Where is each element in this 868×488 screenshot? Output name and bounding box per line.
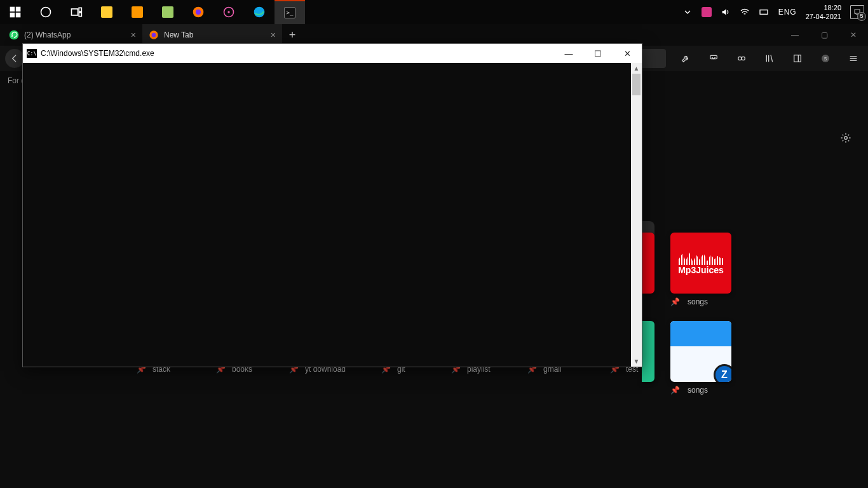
tab-close-button[interactable]: × — [131, 30, 136, 40]
cmd-titlebar[interactable]: C:\ C:\Windows\SYSTEM32\cmd.exe — ☐ ✕ — [23, 44, 642, 63]
tray-overflow-button[interactable] — [681, 0, 695, 24]
wrench-icon — [681, 53, 691, 64]
firefox-minimize-button[interactable]: — — [780, 24, 810, 46]
app-icon — [702, 7, 712, 17]
svg-rect-1 — [16, 7, 21, 12]
cmd-minimize-button[interactable]: — — [554, 44, 583, 63]
disc-icon — [222, 6, 235, 18]
wifi-button[interactable] — [738, 0, 752, 24]
language-indicator[interactable]: ENG — [776, 8, 799, 17]
tab-newtab[interactable]: New Tab × — [142, 24, 282, 46]
cmd-title-text: C:\Windows\SYSTEM32\cmd.exe — [41, 49, 154, 58]
svg-text:S: S — [824, 57, 827, 61]
windows-icon — [9, 6, 22, 18]
cortana-button[interactable] — [31, 0, 61, 24]
library-icon — [764, 53, 775, 64]
menu-button[interactable] — [844, 49, 863, 68]
devtools-button[interactable] — [676, 49, 695, 68]
task-view-button[interactable] — [61, 0, 92, 24]
tile-caption: 📌 songs — [670, 386, 708, 395]
terminal-icon: >_ — [284, 7, 295, 18]
topsite-tile-partial-2[interactable] — [642, 321, 654, 382]
back-button[interactable] — [5, 49, 24, 68]
gear-icon — [840, 132, 851, 144]
svg-rect-13 — [760, 10, 768, 15]
cmd-window-controls: — ☐ ✕ — [554, 44, 642, 63]
cmd-scrollbar[interactable]: ▲ ▼ — [631, 63, 642, 367]
library-button[interactable] — [760, 49, 779, 68]
svg-point-23 — [742, 57, 745, 60]
svg-point-9 — [196, 10, 201, 15]
svg-rect-17 — [855, 10, 860, 13]
sidebar-button[interactable] — [788, 49, 807, 68]
arrow-left-icon — [10, 53, 20, 64]
start-button[interactable] — [0, 0, 31, 24]
svg-rect-6 — [79, 8, 81, 11]
cmd-terminal-area[interactable] — [23, 63, 631, 367]
pocket-icon — [709, 53, 719, 64]
cmd-maximize-button[interactable]: ☐ — [583, 44, 613, 63]
svg-rect-2 — [10, 13, 15, 18]
sublime-icon — [132, 6, 143, 18]
account-icon: S — [820, 53, 831, 64]
clock[interactable]: 18:20 27-04-2021 — [804, 1, 845, 24]
svg-point-28 — [844, 137, 848, 140]
tile-label: songs — [688, 386, 708, 395]
topsite-tile-partial-1[interactable] — [642, 233, 654, 294]
svg-rect-3 — [16, 13, 21, 18]
tray-app-icon[interactable] — [700, 0, 714, 24]
notepadpp-icon — [162, 6, 173, 18]
tab-close-button[interactable]: × — [271, 30, 276, 40]
app-overlay-badge: Z — [714, 364, 731, 382]
clock-time: 18:20 — [806, 3, 841, 12]
scroll-up-button[interactable]: ▲ — [631, 63, 642, 74]
clock-date: 27-04-2021 — [806, 12, 841, 21]
firefox-maximize-button[interactable]: ▢ — [810, 24, 839, 46]
scroll-down-button[interactable]: ▼ — [631, 356, 642, 367]
account-button[interactable]: S — [816, 49, 835, 68]
edge-icon — [253, 6, 266, 18]
wifi-icon — [740, 7, 750, 17]
svg-point-20 — [152, 33, 156, 37]
firefox-tabstrip: (2) WhatsApp × New Tab × + — ▢ ✕ — [0, 24, 868, 46]
toolbar-right: S — [676, 49, 863, 68]
cmd-close-button[interactable]: ✕ — [613, 44, 642, 63]
tile-caption: 📌 songs — [670, 297, 708, 306]
taskview-icon — [70, 6, 83, 18]
svg-point-22 — [738, 57, 742, 60]
firefox-taskbar-button[interactable] — [183, 0, 214, 24]
tile-brand: Mp3Juices — [678, 265, 724, 275]
vpn-button[interactable] — [732, 49, 751, 68]
hamburger-icon — [848, 53, 858, 64]
firefox-icon — [192, 6, 205, 18]
sublime-button[interactable] — [122, 0, 153, 24]
chevron-down-icon — [682, 7, 693, 17]
svg-point-11 — [227, 11, 229, 13]
tab-whatsapp[interactable]: (2) WhatsApp × — [3, 24, 142, 46]
action-center-button[interactable] — [850, 5, 864, 19]
firefox-icon — [149, 30, 159, 40]
sidebar-icon — [792, 53, 803, 64]
pocket-button[interactable] — [704, 49, 723, 68]
file-explorer-button[interactable] — [92, 0, 122, 24]
topsite-tile-mp3juices[interactable]: Mp3Juices — [670, 233, 731, 294]
firefox-window-controls: — ▢ ✕ — [780, 24, 868, 46]
circle-icon — [39, 6, 52, 18]
edge-button[interactable] — [244, 0, 275, 24]
whatsapp-icon — [9, 30, 19, 40]
cmd-icon: C:\ — [27, 49, 37, 58]
firefox-close-button[interactable]: ✕ — [839, 24, 868, 46]
notepadpp-button[interactable] — [153, 0, 183, 24]
pin-icon: 📌 — [670, 386, 680, 395]
new-tab-button[interactable]: + — [282, 24, 302, 46]
waveform-icon — [679, 251, 723, 265]
media-app-button[interactable] — [214, 0, 244, 24]
tab-label: New Tab — [164, 30, 193, 39]
customize-button[interactable] — [840, 132, 851, 146]
volume-button[interactable] — [719, 0, 733, 24]
ime-button[interactable] — [757, 0, 771, 24]
scroll-thumb[interactable] — [632, 74, 641, 95]
cmd-window: C:\ C:\Windows\SYSTEM32\cmd.exe — ☐ ✕ ▲ … — [22, 43, 642, 367]
topsite-tile-freemusic[interactable]: Z — [670, 321, 731, 382]
cmd-taskbar-button[interactable]: >_ — [275, 0, 305, 24]
